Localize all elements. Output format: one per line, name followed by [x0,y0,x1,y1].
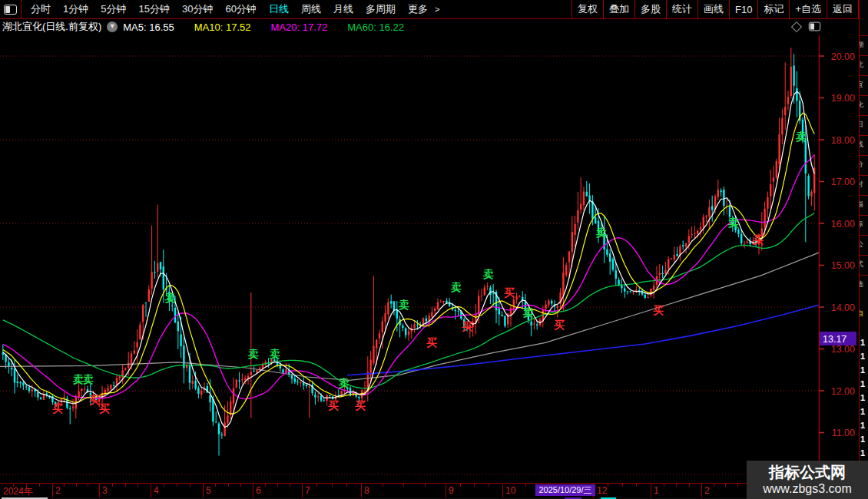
diamond-icon[interactable] [791,21,802,31]
date-label: 6 [256,485,261,496]
buy-signal-marker: 买 [504,286,515,299]
clipped-menu-item[interactable]: 式 [859,259,868,269]
strip-separator [860,255,868,256]
clipped-menu-item[interactable]: 线 [859,140,868,150]
up-candle-wicks [32,48,814,437]
title-icons [793,21,821,31]
date-minor-tick [714,484,714,487]
chevron-right-icon[interactable]: > [434,5,439,14]
date-minor-tick [277,484,278,487]
date-separator [651,484,651,498]
date-minor-tick [125,484,126,487]
strip-separator [860,55,868,56]
strip-separator [860,235,868,236]
toolbar-button-统计[interactable]: 统计 [666,0,697,18]
tab-多周期[interactable]: 多周期 [359,2,402,16]
tab-60分钟[interactable]: 60分钟 [219,2,262,16]
tab-1分钟[interactable]: 1分钟 [57,2,94,16]
buy-signal-marker: 买 [89,394,100,406]
strip-separator [860,95,868,96]
date-minor-tick [460,484,461,487]
tab-5分钟[interactable]: 5分钟 [94,2,132,16]
title-bar: 湖北宜化(日线.前复权) ▼ MA5: 16.55MA10: 17.52MA20… [0,19,859,35]
watermark-title: 指标公式网 [769,464,846,481]
clipped-menu-item[interactable]: 选 [859,279,868,289]
date-separator [253,484,253,498]
chevron-down-icon[interactable]: ▼ [107,21,118,32]
clipped-menu-item[interactable]: 化 [859,100,868,110]
ma-legend-item-0: MA5: 16.55 [123,21,174,33]
date-minor-tick [290,484,290,487]
buy-signal-marker: 买 [653,304,664,316]
date-label: 7 [305,485,310,496]
clipped-quote-digit: 1 [860,365,865,375]
tab-30分钟[interactable]: 30分钟 [176,2,219,16]
candlestick-chart[interactable]: 买买买卖卖卖卖卖买买卖卖买卖买卖买卖买卖买卖买卖20.0019.0018.001… [0,35,859,484]
toolbar-button-+自选[interactable]: +自选 [789,0,827,18]
date-separator [446,484,446,498]
toolbar-button-多股[interactable]: 多股 [634,0,666,18]
strip-separator [860,275,868,276]
up-candle-bodies [31,67,816,436]
clipped-menu-item[interactable]: 公 [859,240,868,250]
strip-separator [860,195,868,196]
date-minor-tick [190,484,190,487]
sidebar-toggle-button[interactable] [0,0,22,18]
period-tabs: 分时1分钟5分钟15分钟30分钟60分钟日线周线月线多周期更多 [25,2,434,16]
toolbar-button-标记[interactable]: 标记 [757,0,789,18]
date-separator [99,484,100,498]
date-minor-tick [215,484,216,487]
clipped-menu-item[interactable]: 湖 [859,40,868,50]
buy-signal-marker: 买 [99,402,110,415]
strip-separator [860,155,868,156]
buy-signal-marker: 买 [462,320,472,332]
tab-更多[interactable]: 更多 [402,2,434,16]
clipped-menu-item[interactable]: 日 [859,120,868,130]
strip-separator [860,75,868,76]
right-edge-clipped-panel[interactable]: 湖北宜化日线分时指标公式选自11111111111 [859,0,868,499]
price-label: 13.00 [831,344,855,355]
toolbar-button-复权[interactable]: 复权 [571,0,603,18]
date-label: 10 [505,485,515,496]
ma-legend-item-3: MA60: 16.22 [347,21,404,33]
date-minor-tick [265,484,266,487]
date-label: 4 [154,485,159,496]
panel-icon[interactable] [809,22,820,31]
date-separator [502,484,503,498]
date-minor-tick [425,484,426,487]
toolbar-button-F10[interactable]: F10 [729,0,757,18]
toolbar-button-返回[interactable]: 返回 [827,0,859,18]
clipped-quote-digit: 1 [860,379,865,388]
clipped-menu-item[interactable]: 北 [859,60,868,70]
clipped-menu-item[interactable]: 标 [859,220,868,230]
date-label: 12 [597,485,607,496]
tab-周线[interactable]: 周线 [295,2,327,16]
tab-日线[interactable]: 日线 [263,2,295,16]
date-minor-tick [383,484,383,487]
date-minor-tick [636,484,637,487]
date-minor-tick [240,484,241,487]
ma20-line [3,154,814,398]
date-minor-tick [228,484,229,487]
clipped-quote-digit: 1 [860,421,865,430]
clipped-menu-item-active[interactable]: 自 [859,309,868,319]
date-minor-tick [164,484,164,487]
price-label: 14.00 [831,302,855,313]
long-ma-line-gray [0,253,819,380]
toolbar-button-叠加[interactable]: 叠加 [603,0,634,18]
clipped-menu-item[interactable]: 指 [859,200,868,210]
date-label: 8 [364,485,369,496]
toolbar-button-画线[interactable]: 画线 [697,0,729,18]
tab-15分钟[interactable]: 15分钟 [132,2,175,16]
tab-月线[interactable]: 月线 [327,2,359,16]
clipped-menu-item[interactable]: 分 [859,160,868,170]
date-minor-tick [316,484,317,487]
clipped-menu-item[interactable]: 宜 [859,80,868,90]
date-label: 2024年 [3,485,33,498]
buy-signal-marker: 买 [355,399,366,411]
tab-分时[interactable]: 分时 [25,2,57,16]
clipped-menu-item[interactable]: 时 [859,180,868,190]
down-candle-bodies [2,66,810,436]
sell-signal-marker: 卖 [338,377,350,389]
strip-separator [860,35,868,36]
